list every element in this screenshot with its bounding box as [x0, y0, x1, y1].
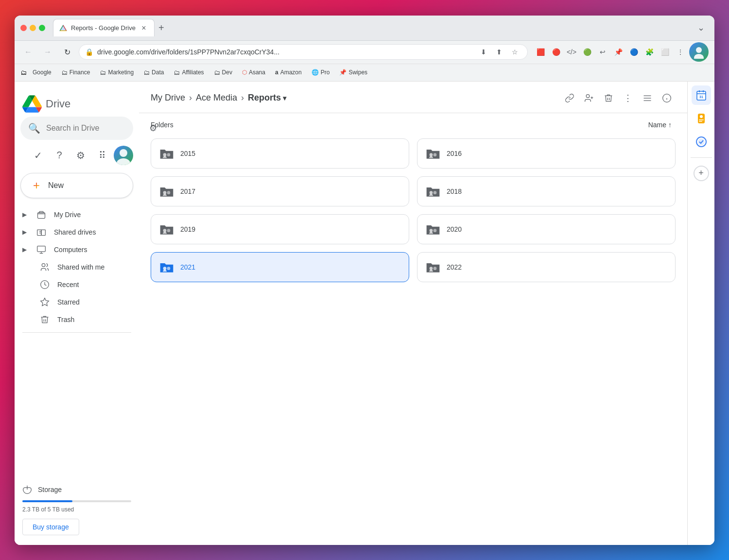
svg-point-35 [430, 229, 433, 232]
add-app-button[interactable]: + [694, 166, 709, 181]
bookmark-finance-label: Finance [69, 69, 90, 76]
buy-storage-button[interactable]: Buy storage [22, 519, 79, 535]
folder-2017[interactable]: 2017 [151, 176, 409, 206]
folder-2022-icon [425, 259, 441, 275]
sidebar-recent-label: Recent [57, 281, 79, 288]
google-tasks-button[interactable] [692, 132, 711, 152]
completed-tasks-button[interactable]: ✓ [28, 146, 48, 165]
info-button[interactable] [658, 89, 676, 107]
bookmark-amazon-label: Amazon [280, 69, 302, 76]
back-button[interactable]: ← [20, 44, 36, 60]
sidebar-item-my-drive[interactable]: ▶ My Drive [15, 206, 131, 223]
title-bar: Reports - Google Drive × + ⌄ [15, 16, 714, 41]
folder-2020[interactable]: 2020 [417, 214, 676, 244]
sidebar-toggle-button[interactable]: ⬜ [658, 45, 672, 59]
copy-link-button[interactable] [561, 89, 578, 107]
breadcrumb-my-drive[interactable]: My Drive [151, 93, 185, 103]
search-box[interactable]: 🔍 ⚙ [20, 117, 133, 140]
sidebar-item-starred[interactable]: Starred [15, 293, 131, 311]
user-avatar-inner [114, 146, 133, 165]
file-area: My Drive › Ace Media › Reports ▾ [139, 82, 687, 545]
bookmark-amazon-icon: a [275, 69, 278, 76]
list-view-button[interactable] [639, 89, 656, 107]
settings-button[interactable]: ⚙ [71, 146, 90, 165]
google-keep-button[interactable] [692, 109, 711, 128]
more-options-button[interactable]: ⋮ [619, 89, 637, 107]
browser-menu-button[interactable]: ⋮ [674, 45, 687, 59]
folder-2015[interactable]: 2015 [151, 138, 409, 169]
download-page-button[interactable]: ⬇ [477, 45, 490, 59]
bookmark-finance[interactable]: 🗂 Finance [57, 67, 94, 78]
drive-logo-text: Drive [46, 98, 70, 110]
bookmark-asana[interactable]: ⬡ Asana [238, 67, 269, 78]
user-avatar[interactable] [114, 146, 133, 165]
delete-button[interactable] [600, 89, 617, 107]
folder-2022[interactable]: 2022 [417, 252, 676, 282]
bookmark-affiliates[interactable]: 🗂 Affiliates [170, 67, 208, 78]
computers-icon [36, 245, 46, 255]
bookmark-dev[interactable]: 🗂 Dev [210, 67, 236, 78]
svg-marker-1 [60, 25, 66, 31]
extension-btn-4[interactable]: 🟢 [580, 45, 594, 59]
main-content: Drive 🔍 ⚙ ✓ ? ⚙ ⠿ [15, 82, 714, 545]
extension-btn-3[interactable]: </> [565, 45, 578, 59]
sidebar-item-recent[interactable]: Recent [15, 276, 131, 293]
svg-point-8 [117, 158, 130, 165]
extension-btn-1[interactable]: 🟥 [534, 45, 547, 59]
storage-used-text: 2.3 TB of 5 TB used [22, 506, 131, 513]
extensions-manager-button[interactable]: 🧩 [642, 45, 656, 59]
folder-2021[interactable]: 2021 [151, 252, 409, 282]
new-button[interactable]: + New [20, 173, 133, 198]
svg-point-37 [163, 267, 167, 270]
refresh-button[interactable]: ↻ [59, 44, 75, 60]
sidebar-item-shared-with-me[interactable]: Shared with me [15, 258, 131, 276]
bookmark-google[interactable]: Google [29, 67, 55, 78]
breadcrumb-sep-2: › [241, 93, 244, 103]
tab-close-button[interactable]: × [139, 24, 148, 33]
folder-2019[interactable]: 2019 [151, 214, 409, 244]
apps-button[interactable]: ⠿ [92, 146, 112, 165]
folder-2021-name: 2021 [180, 263, 195, 271]
share-page-button[interactable]: ⬆ [492, 45, 506, 59]
svg-point-40 [434, 267, 437, 270]
storage-section: Storage 2.3 TB of 5 TB used Buy storage [15, 477, 139, 539]
minimize-window-button[interactable] [30, 25, 36, 31]
bookmark-button[interactable]: ☆ [508, 45, 521, 59]
forward-button[interactable]: → [40, 44, 55, 60]
sidebar-item-computers[interactable]: ▶ Computers [15, 241, 131, 258]
lock-icon: 🔒 [85, 48, 93, 56]
bookmark-pro[interactable]: 🌐 Pro [308, 67, 334, 78]
breadcrumb-sep-1: › [189, 93, 192, 103]
help-button[interactable]: ? [50, 146, 69, 165]
maximize-window-button[interactable] [39, 25, 45, 31]
bookmark-data[interactable]: 🗂 Data [139, 67, 168, 78]
add-person-button[interactable] [580, 89, 598, 107]
close-window-button[interactable] [20, 25, 27, 31]
breadcrumb-ace-media[interactable]: Ace Media [196, 93, 237, 103]
extension-btn-7[interactable]: 🔵 [627, 45, 641, 59]
bookmark-marketing[interactable]: 🗂 Marketing [96, 67, 138, 78]
sidebar-item-trash[interactable]: Trash [15, 311, 131, 328]
svg-point-36 [434, 229, 437, 232]
folder-2016[interactable]: 2016 [417, 138, 676, 169]
bookmark-swipes[interactable]: 📌 Swipes [335, 67, 371, 78]
new-tab-button[interactable]: + [155, 21, 168, 34]
browser-profile-initials [689, 42, 709, 62]
search-input[interactable] [46, 124, 143, 133]
folder-2018[interactable]: 2018 [417, 176, 676, 206]
folder-2018-name: 2018 [447, 187, 462, 195]
extension-btn-6[interactable]: 📌 [611, 45, 625, 59]
bookmark-amazon[interactable]: a Amazon [271, 67, 306, 78]
extension-btn-5[interactable]: ↩ [596, 45, 609, 59]
tab-overflow-button[interactable]: ⌄ [694, 20, 709, 35]
sidebar-item-shared-drives[interactable]: ▶ Shared drives [15, 223, 131, 241]
sort-button[interactable]: Name ↑ [644, 119, 676, 131]
svg-point-28 [434, 153, 437, 156]
google-calendar-button[interactable]: 31 [692, 85, 711, 105]
extension-btn-2[interactable]: 🔴 [549, 45, 563, 59]
address-bar[interactable]: 🔒 drive.google.com/drive/folders/1sPP7PN… [79, 44, 528, 60]
breadcrumb-reports[interactable]: Reports ▾ [248, 93, 286, 103]
active-tab[interactable]: Reports - Google Drive × [53, 19, 155, 36]
browser-profile-avatar[interactable] [689, 42, 709, 62]
storage-icon [22, 485, 32, 494]
